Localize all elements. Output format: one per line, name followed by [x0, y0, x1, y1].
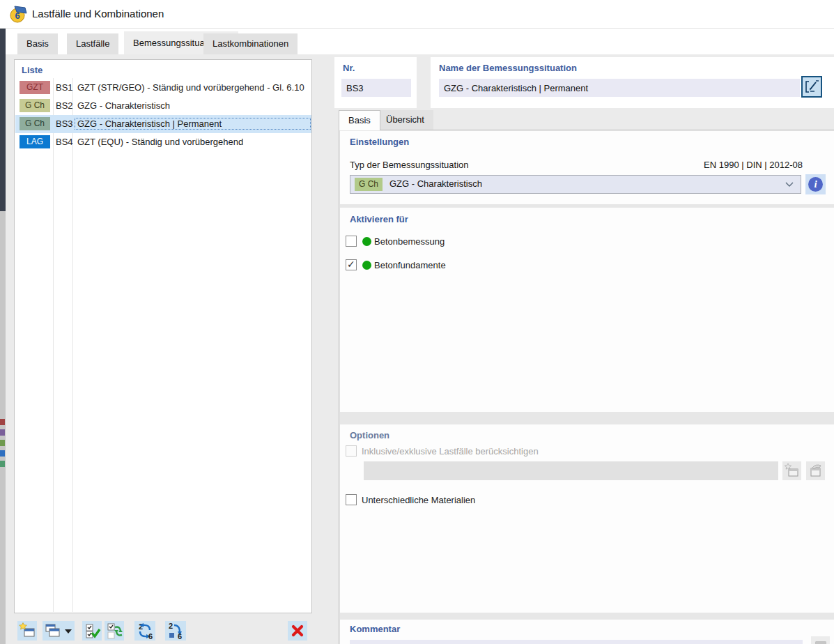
- betonbemessung-checkbox[interactable]: [346, 236, 357, 247]
- svg-text:2: 2: [169, 622, 173, 630]
- new-case-button[interactable]: [17, 621, 37, 641]
- type-badge: GZT: [20, 81, 50, 94]
- row-name: GZG - Charakteristisch: [75, 100, 310, 111]
- tab-lastkombinationen[interactable]: Lastkombinationen: [203, 33, 298, 54]
- type-badge: LAG: [20, 135, 50, 148]
- renumber-button[interactable]: 2 6: [134, 621, 155, 641]
- type-badge: G Ch: [20, 99, 50, 112]
- row-name: GZT (EQU) - Ständig und vorübergehend: [75, 137, 310, 147]
- titlebar[interactable]: 6 Lastfälle und Kombinationen: [0, 0, 834, 29]
- column-separator: [53, 78, 54, 612]
- optionen-header: Optionen: [350, 430, 389, 440]
- rename-pencil-icon: [803, 77, 821, 96]
- check-all-icon: [82, 621, 102, 641]
- nr-box: Nr.: [334, 57, 417, 108]
- status-dot-icon: [362, 237, 371, 246]
- main-tab-bar: Basis Lastfälle Bemessungssituationen La…: [6, 29, 834, 54]
- name-input[interactable]: [439, 79, 800, 97]
- list-row[interactable]: G Ch BS2 GZG - Charakteristisch: [15, 97, 311, 115]
- check-all-button[interactable]: [82, 621, 102, 641]
- row-id: BS4: [56, 137, 73, 147]
- column-separator: [72, 78, 73, 612]
- rename-button[interactable]: [801, 76, 822, 98]
- list-header: Liste: [22, 65, 43, 75]
- dropdown-caret-icon: [65, 629, 72, 634]
- optionen-section: Optionen Inklusive/exklusive Lastfälle b…: [340, 424, 834, 613]
- name-label: Name der Bemessungssituation: [439, 63, 577, 73]
- renumber-assign-button[interactable]: 2 6: [165, 621, 186, 641]
- list-row[interactable]: LAG BS4 GZT (EQU) - Ständig und vorüberg…: [15, 133, 311, 151]
- type-badge: G Ch: [20, 117, 50, 130]
- typ-label: Typ der Bemessungssituation: [350, 160, 469, 170]
- typ-dropdown[interactable]: G Ch GZG - Charakteristisch: [350, 175, 801, 194]
- copy-case-icon: [43, 621, 75, 641]
- list-row[interactable]: GZT BS1 GZT (STR/GEO) - Ständig und vorü…: [15, 79, 311, 97]
- background-app-edge: [0, 29, 6, 644]
- betonfundamente-label: Betonfundamente: [374, 260, 446, 270]
- load-cases-dialog: 6 Lastfälle und Kombinationen Basis Last…: [0, 0, 834, 644]
- tab-lastfaelle[interactable]: Lastfälle: [67, 33, 118, 54]
- subtab-basis[interactable]: Basis: [339, 110, 380, 130]
- tab-basis[interactable]: Basis: [17, 33, 58, 54]
- row-id: BS1: [56, 82, 73, 93]
- chevron-down-icon: [785, 182, 794, 187]
- row-name: GZT (STR/GEO) - Ständig und vorübergehen…: [75, 82, 310, 93]
- info-button[interactable]: i: [805, 174, 826, 194]
- renumber-icon: 2 6: [134, 621, 155, 641]
- renumber-assign-icon: 2 6: [165, 621, 186, 641]
- kommentar-list-button: [811, 636, 830, 644]
- materialien-checkbox[interactable]: [346, 494, 357, 505]
- window-title: Lastfälle und Kombinationen: [32, 8, 164, 20]
- row-name: GZG - Charakteristisch | Permanent: [75, 118, 310, 129]
- basis-tab-panel: Einstellungen Typ der Bemessungssituatio…: [339, 130, 834, 644]
- invert-checks-icon: [105, 621, 124, 641]
- inklusive-label: Inklusive/exklusive Lastfälle berücksich…: [362, 446, 539, 457]
- app-icon: 6: [8, 5, 27, 24]
- materialien-label: Unterschiedliche Materialien: [362, 495, 475, 505]
- name-box: Name der Bemessungssituation: [431, 57, 834, 108]
- status-dot-icon: [362, 261, 371, 270]
- aktivieren-header: Aktivieren für: [350, 214, 408, 224]
- kommentar-header: Kommentar: [350, 624, 400, 634]
- list-row-selected[interactable]: G Ch BS3 GZG - Charakteristisch | Perman…: [15, 115, 311, 133]
- betonbemessung-label: Betonbemessung: [374, 236, 445, 247]
- kommentar-input[interactable]: [350, 640, 803, 644]
- row-id: BS3: [56, 118, 73, 129]
- kommentar-section: Kommentar: [340, 620, 834, 644]
- new-list-button: [782, 461, 801, 480]
- info-icon: i: [808, 177, 823, 192]
- betonfundamente-checkbox[interactable]: [346, 259, 357, 270]
- new-list-icon: [782, 461, 801, 480]
- new-case-icon: [17, 621, 37, 641]
- nr-input[interactable]: [341, 79, 411, 97]
- subtab-uebersicht[interactable]: Übersicht: [377, 110, 433, 130]
- nr-label: Nr.: [343, 63, 355, 73]
- row-id: BS2: [56, 100, 73, 111]
- invert-checks-button[interactable]: [105, 621, 124, 641]
- edit-list-icon: [806, 461, 825, 480]
- delete-button[interactable]: [288, 621, 307, 641]
- dropdown-type-badge: G Ch: [355, 178, 383, 191]
- einstellungen-section: Einstellungen Typ der Bemessungssituatio…: [340, 131, 834, 204]
- design-situation-list: Liste GZT BS1 GZT (STR/GEO) - Ständig un…: [14, 59, 312, 613]
- inklusive-checkbox: [346, 445, 357, 457]
- kommentar-list-icon: [811, 636, 830, 644]
- delete-icon: [288, 621, 307, 641]
- inklusive-input: [364, 461, 778, 480]
- copy-case-button[interactable]: [43, 621, 75, 641]
- svg-text:6: 6: [178, 632, 182, 641]
- einstellungen-header: Einstellungen: [350, 137, 409, 147]
- norm-label: EN 1990 | DIN | 2012-08: [704, 160, 803, 170]
- svg-text:6: 6: [148, 632, 153, 641]
- aktivieren-section: Aktivieren für Betonbemessung Betonfunda…: [340, 208, 834, 412]
- dropdown-value: GZG - Charakteristisch: [389, 178, 482, 189]
- edit-list-button: [806, 461, 825, 480]
